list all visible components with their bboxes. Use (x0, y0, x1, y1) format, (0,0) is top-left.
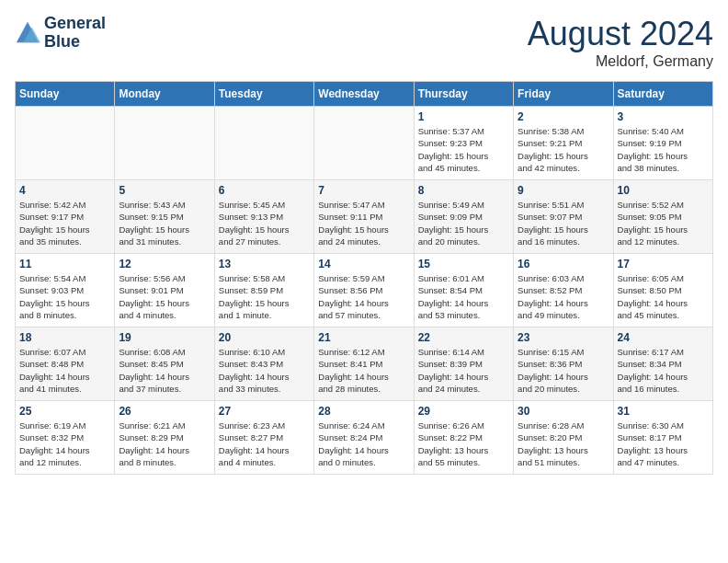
day-number: 9 (518, 184, 609, 197)
cell-info: Sunrise: 6:12 AM Sunset: 8:41 PM Dayligh… (318, 346, 409, 395)
day-number: 10 (618, 184, 709, 197)
page-header: General Blue August 2024 Meldorf, German… (15, 15, 713, 70)
weekday-header-wednesday: Wednesday (314, 82, 414, 107)
calendar-cell: 28Sunrise: 6:24 AM Sunset: 8:24 PM Dayli… (314, 401, 414, 475)
calendar-cell: 15Sunrise: 6:01 AM Sunset: 8:54 PM Dayli… (414, 254, 513, 327)
day-number: 28 (318, 405, 409, 418)
calendar-cell (214, 107, 313, 180)
weekday-header-sunday: Sunday (16, 82, 115, 107)
calendar-cell: 7Sunrise: 5:47 AM Sunset: 9:11 PM Daylig… (314, 180, 414, 254)
weekday-header-tuesday: Tuesday (214, 82, 313, 107)
day-number: 27 (219, 405, 310, 418)
day-number: 30 (518, 405, 609, 418)
cell-info: Sunrise: 6:08 AM Sunset: 8:45 PM Dayligh… (119, 346, 210, 395)
cell-info: Sunrise: 5:58 AM Sunset: 8:59 PM Dayligh… (219, 272, 310, 321)
day-number: 23 (518, 331, 609, 344)
cell-info: Sunrise: 6:30 AM Sunset: 8:17 PM Dayligh… (618, 419, 709, 468)
calendar-cell: 29Sunrise: 6:26 AM Sunset: 8:22 PM Dayli… (414, 401, 513, 475)
cell-info: Sunrise: 6:21 AM Sunset: 8:29 PM Dayligh… (119, 419, 210, 468)
cell-info: Sunrise: 6:15 AM Sunset: 8:36 PM Dayligh… (518, 346, 609, 395)
calendar-cell: 8Sunrise: 5:49 AM Sunset: 9:09 PM Daylig… (414, 180, 513, 254)
calendar-cell: 18Sunrise: 6:07 AM Sunset: 8:48 PM Dayli… (16, 327, 115, 401)
day-number: 15 (418, 258, 509, 270)
logo-icon (15, 20, 40, 46)
calendar-cell: 13Sunrise: 5:58 AM Sunset: 8:59 PM Dayli… (214, 254, 313, 327)
day-number: 20 (219, 331, 310, 344)
calendar-cell: 14Sunrise: 5:59 AM Sunset: 8:56 PM Dayli… (314, 254, 414, 327)
calendar-cell: 1Sunrise: 5:37 AM Sunset: 9:23 PM Daylig… (414, 107, 513, 180)
calendar-cell: 6Sunrise: 5:45 AM Sunset: 9:13 PM Daylig… (214, 180, 313, 254)
cell-info: Sunrise: 5:59 AM Sunset: 8:56 PM Dayligh… (318, 272, 409, 321)
cell-info: Sunrise: 6:10 AM Sunset: 8:43 PM Dayligh… (219, 346, 310, 395)
day-number: 17 (618, 258, 709, 270)
calendar-cell: 27Sunrise: 6:23 AM Sunset: 8:27 PM Dayli… (214, 401, 313, 475)
weekday-header-friday: Friday (514, 82, 613, 107)
day-number: 14 (318, 258, 409, 270)
cell-info: Sunrise: 6:03 AM Sunset: 8:52 PM Dayligh… (518, 272, 609, 321)
cell-info: Sunrise: 6:14 AM Sunset: 8:39 PM Dayligh… (418, 346, 509, 395)
day-number: 2 (518, 110, 609, 123)
calendar-cell: 2Sunrise: 5:38 AM Sunset: 9:21 PM Daylig… (514, 107, 613, 180)
day-number: 16 (518, 258, 609, 270)
calendar-cell: 12Sunrise: 5:56 AM Sunset: 9:01 PM Dayli… (115, 254, 214, 327)
day-number: 18 (19, 331, 110, 344)
calendar-cell (115, 107, 214, 180)
day-number: 6 (219, 184, 310, 197)
day-number: 5 (119, 184, 210, 197)
cell-info: Sunrise: 5:38 AM Sunset: 9:21 PM Dayligh… (518, 125, 609, 174)
cell-info: Sunrise: 6:23 AM Sunset: 8:27 PM Dayligh… (219, 419, 310, 468)
calendar-cell: 26Sunrise: 6:21 AM Sunset: 8:29 PM Dayli… (115, 401, 214, 475)
month-title: August 2024 (528, 15, 713, 53)
calendar-cell: 9Sunrise: 5:51 AM Sunset: 9:07 PM Daylig… (514, 180, 613, 254)
calendar-cell: 3Sunrise: 5:40 AM Sunset: 9:19 PM Daylig… (613, 107, 712, 180)
cell-info: Sunrise: 5:40 AM Sunset: 9:19 PM Dayligh… (618, 125, 709, 174)
calendar-cell: 30Sunrise: 6:28 AM Sunset: 8:20 PM Dayli… (514, 401, 613, 475)
calendar-cell: 17Sunrise: 6:05 AM Sunset: 8:50 PM Dayli… (613, 254, 712, 327)
day-number: 26 (119, 405, 210, 418)
cell-info: Sunrise: 5:42 AM Sunset: 9:17 PM Dayligh… (19, 199, 110, 247)
cell-info: Sunrise: 5:56 AM Sunset: 9:01 PM Dayligh… (119, 272, 210, 321)
cell-info: Sunrise: 5:47 AM Sunset: 9:11 PM Dayligh… (318, 199, 409, 247)
calendar-table: SundayMondayTuesdayWednesdayThursdayFrid… (15, 81, 713, 475)
day-number: 1 (418, 110, 509, 123)
calendar-cell: 23Sunrise: 6:15 AM Sunset: 8:36 PM Dayli… (514, 327, 613, 401)
cell-info: Sunrise: 5:51 AM Sunset: 9:07 PM Dayligh… (518, 199, 609, 247)
cell-info: Sunrise: 6:26 AM Sunset: 8:22 PM Dayligh… (418, 419, 509, 468)
calendar-cell (314, 107, 414, 180)
cell-info: Sunrise: 6:01 AM Sunset: 8:54 PM Dayligh… (418, 272, 509, 321)
day-number: 3 (618, 110, 709, 123)
day-number: 12 (119, 258, 210, 270)
calendar-cell: 5Sunrise: 5:43 AM Sunset: 9:15 PM Daylig… (115, 180, 214, 254)
calendar-cell: 21Sunrise: 6:12 AM Sunset: 8:41 PM Dayli… (314, 327, 414, 401)
calendar-cell: 19Sunrise: 6:08 AM Sunset: 8:45 PM Dayli… (115, 327, 214, 401)
cell-info: Sunrise: 6:28 AM Sunset: 8:20 PM Dayligh… (518, 419, 609, 468)
day-number: 4 (19, 184, 110, 197)
day-number: 8 (418, 184, 509, 197)
calendar-cell (16, 107, 115, 180)
cell-info: Sunrise: 5:37 AM Sunset: 9:23 PM Dayligh… (418, 125, 509, 174)
day-number: 31 (618, 405, 709, 418)
calendar-cell: 10Sunrise: 5:52 AM Sunset: 9:05 PM Dayli… (613, 180, 712, 254)
cell-info: Sunrise: 5:52 AM Sunset: 9:05 PM Dayligh… (618, 199, 709, 247)
day-number: 29 (418, 405, 509, 418)
calendar-cell: 24Sunrise: 6:17 AM Sunset: 8:34 PM Dayli… (613, 327, 712, 401)
day-number: 7 (318, 184, 409, 197)
calendar-cell: 16Sunrise: 6:03 AM Sunset: 8:52 PM Dayli… (514, 254, 613, 327)
weekday-header-monday: Monday (115, 82, 214, 107)
weekday-header-saturday: Saturday (613, 82, 712, 107)
day-number: 11 (19, 258, 110, 270)
day-number: 19 (119, 331, 210, 344)
cell-info: Sunrise: 5:49 AM Sunset: 9:09 PM Dayligh… (418, 199, 509, 247)
calendar-cell: 22Sunrise: 6:14 AM Sunset: 8:39 PM Dayli… (414, 327, 513, 401)
cell-info: Sunrise: 6:17 AM Sunset: 8:34 PM Dayligh… (618, 346, 709, 395)
calendar-cell: 4Sunrise: 5:42 AM Sunset: 9:17 PM Daylig… (16, 180, 115, 254)
logo-text: General Blue (44, 15, 106, 52)
day-number: 22 (418, 331, 509, 344)
cell-info: Sunrise: 5:54 AM Sunset: 9:03 PM Dayligh… (19, 272, 110, 321)
day-number: 21 (318, 331, 409, 344)
calendar-cell: 31Sunrise: 6:30 AM Sunset: 8:17 PM Dayli… (613, 401, 712, 475)
cell-info: Sunrise: 5:43 AM Sunset: 9:15 PM Dayligh… (119, 199, 210, 247)
cell-info: Sunrise: 6:24 AM Sunset: 8:24 PM Dayligh… (318, 419, 409, 468)
calendar-cell: 11Sunrise: 5:54 AM Sunset: 9:03 PM Dayli… (16, 254, 115, 327)
day-number: 25 (19, 405, 110, 418)
